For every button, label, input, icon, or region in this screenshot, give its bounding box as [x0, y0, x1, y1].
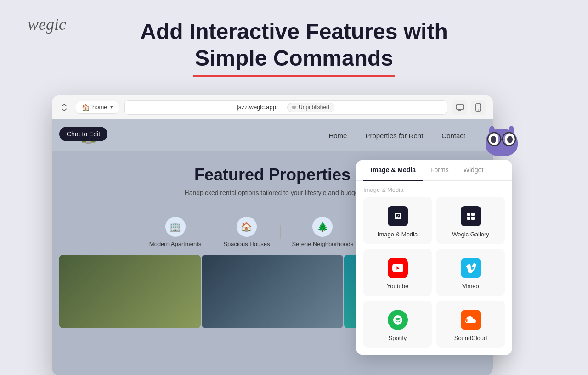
svg-point-9 [503, 133, 515, 146]
panel-item-wegic-gallery[interactable]: Wegic Gallery [436, 197, 505, 244]
category-spacious-houses[interactable]: 🏠 Spacious Houses [212, 217, 281, 247]
status-dot [292, 106, 296, 109]
property-image-1[interactable] [59, 255, 201, 328]
panel-grid: Image & Media Wegic Gallery [356, 197, 512, 348]
browser-url-bar[interactable]: jazz.wegic.app Unpublished [124, 100, 447, 115]
mascot-body [486, 129, 518, 156]
unpublished-badge: Unpublished [287, 103, 334, 112]
home-icon: 🏠 [82, 104, 90, 111]
svg-point-2 [478, 109, 479, 110]
tab-forms[interactable]: Forms [423, 160, 456, 181]
desktop-view-button[interactable] [452, 100, 467, 115]
browser-chrome: 🏠 home ▾ jazz.wegic.app Unpublished [52, 95, 493, 119]
youtube-icon [388, 258, 408, 278]
nav-label: home [92, 104, 107, 111]
website-nav: 🏠 Home Properties for Rent Contact [52, 119, 493, 151]
vimeo-label: Vimeo [462, 283, 479, 290]
browser-actions [452, 100, 486, 115]
panel-section-label: Image & Media [356, 181, 512, 197]
svg-rect-3 [467, 213, 470, 216]
nav-contact[interactable]: Contact [441, 132, 465, 140]
panel-item-youtube[interactable]: Youtube [363, 249, 432, 296]
browser-nav[interactable]: 🏠 home ▾ [76, 101, 119, 114]
serene-neighborhoods-icon: 🌲 [312, 217, 333, 237]
svg-point-8 [488, 133, 501, 146]
hero-title: Add Interactive Features with Simple Com… [9, 18, 579, 71]
property-image-2[interactable] [202, 255, 343, 328]
youtube-label: Youtube [387, 283, 408, 290]
modern-apartments-label: Modern Apartments [149, 241, 201, 247]
svg-rect-6 [471, 217, 475, 220]
spotify-icon [388, 310, 408, 330]
nav-arrow-icon: ▾ [110, 104, 113, 110]
vimeo-icon [461, 258, 481, 278]
tab-image-media[interactable]: Image & Media [363, 160, 423, 181]
url-text: jazz.wegic.app [237, 104, 276, 111]
spacious-houses-icon: 🏠 [237, 217, 257, 237]
category-modern-apartments[interactable]: 🏢 Modern Apartments [138, 217, 212, 247]
wegic-gallery-icon [461, 206, 481, 226]
spacious-houses-label: Spacious Houses [223, 241, 270, 247]
svg-rect-5 [467, 217, 470, 220]
image-media-label: Image & Media [378, 231, 418, 238]
nav-properties[interactable]: Properties for Rent [365, 132, 423, 140]
category-serene-neighborhoods[interactable]: 🌲 Serene Neighborhoods [281, 217, 364, 247]
image-media-icon [388, 206, 408, 226]
hero-section: Add Interactive Features with Simple Com… [0, 0, 588, 97]
panel-item-spotify[interactable]: Spotify [363, 301, 432, 348]
soundcloud-icon [461, 310, 481, 330]
hero-underline [193, 75, 395, 77]
mascot-glasses [486, 131, 517, 147]
mobile-view-button[interactable] [471, 100, 486, 115]
nav-home[interactable]: Home [328, 132, 347, 140]
serene-neighborhoods-label: Serene Neighborhoods [292, 241, 353, 247]
mascot [483, 129, 520, 165]
panel-item-image-media[interactable]: Image & Media [363, 197, 432, 244]
panel-item-vimeo[interactable]: Vimeo [436, 249, 505, 296]
soundcloud-label: SoundCloud [454, 335, 487, 341]
svg-rect-0 [456, 105, 464, 109]
chat-to-edit-button[interactable]: Chat to Edit [59, 127, 107, 141]
modern-apartments-icon: 🏢 [165, 217, 186, 237]
spotify-label: Spotify [389, 335, 407, 341]
wegic-gallery-label: Wegic Gallery [452, 231, 489, 238]
status-text: Unpublished [299, 104, 329, 111]
svg-rect-4 [471, 213, 475, 216]
panel-overlay: Image & Media Forms Widget Image & Media… [356, 160, 512, 355]
website-nav-links: Home Properties for Rent Contact [328, 132, 465, 140]
browser-back-button[interactable] [59, 102, 70, 113]
panel-item-soundcloud[interactable]: SoundCloud [436, 301, 505, 348]
